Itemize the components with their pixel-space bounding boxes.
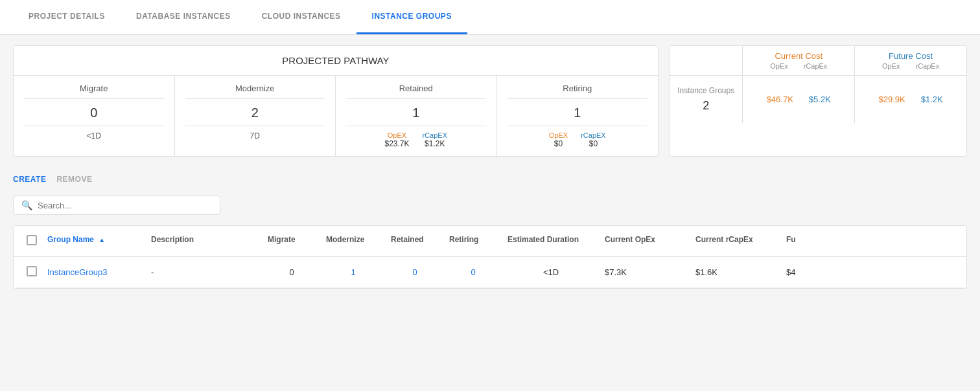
current-cost-values: $46.7K $5.2K xyxy=(742,76,854,123)
future-rcapex-value: $1.2K xyxy=(921,95,943,104)
tab-instance-groups[interactable]: INSTANCE GROUPS xyxy=(356,0,467,34)
totals-panel: Current Cost OpEx rCapEx Future Cost OpE… xyxy=(669,45,967,157)
migrate-header: Migrate xyxy=(24,84,164,99)
pathway-col-modernize: Modernize 2 7D xyxy=(175,76,336,156)
retained-sub: OpEX $23.7K rCapEX $1.2K xyxy=(346,126,486,148)
table-container: Group Name ▲ Description Migrate Moderni… xyxy=(13,225,967,289)
create-button[interactable]: CREATE xyxy=(13,172,46,186)
th-modernize: Modernize xyxy=(321,232,386,250)
retiring-sub: OpEX $0 rCapEX $0 xyxy=(508,126,648,148)
tab-cloud-instances[interactable]: CLOUD INSTANCES xyxy=(246,0,356,34)
future-opex-value: $29.9K xyxy=(878,95,905,104)
row-estimated-duration: <1D xyxy=(502,267,600,277)
migrate-duration: <1D xyxy=(24,126,164,140)
table-header: Group Name ▲ Description Migrate Moderni… xyxy=(14,226,966,257)
future-opex-sublabel: OpEx xyxy=(882,62,900,70)
row-group-name[interactable]: InstanceGroup3 xyxy=(42,267,146,277)
modernize-duration: 7D xyxy=(185,126,325,140)
th-checkbox xyxy=(14,232,42,250)
retained-opex-group: OpEX $23.7K xyxy=(384,131,409,148)
retained-rcapex-label: rCapEX xyxy=(423,131,448,139)
remove-button[interactable]: REMOVE xyxy=(56,172,92,186)
current-opex-value: $46.7K xyxy=(767,95,793,104)
projected-pathway-title: PROJECTED PATHWAY xyxy=(14,46,658,76)
th-migrate: Migrate xyxy=(262,232,321,250)
th-description: Description xyxy=(146,232,262,250)
main-content: PROJECTED PATHWAY Migrate 0 <1D Moderniz… xyxy=(0,35,980,299)
modernize-count: 2 xyxy=(185,99,325,126)
current-cost-label: Current Cost xyxy=(745,51,852,61)
retiring-header: Retiring xyxy=(508,84,648,99)
th-retained: Retained xyxy=(386,232,444,250)
totals-header: Current Cost OpEx rCapEx Future Cost OpE… xyxy=(670,46,966,76)
totals-title xyxy=(670,46,742,75)
th-current-rcapex: Current rCapEx xyxy=(690,232,781,250)
header-checkbox[interactable] xyxy=(27,235,37,245)
th-retiring: Retiring xyxy=(444,232,502,250)
instance-groups-count: 2 xyxy=(675,99,737,113)
row-checkbox xyxy=(14,266,42,278)
panels-row: PROJECTED PATHWAY Migrate 0 <1D Moderniz… xyxy=(13,45,967,157)
future-cost-label: Future Cost xyxy=(858,51,964,61)
retiring-rcapex-val: $0 xyxy=(581,139,606,148)
retained-opex-label: OpEX xyxy=(384,131,409,139)
row-description: - xyxy=(146,267,262,277)
retained-opex-val: $23.7K xyxy=(384,139,409,148)
tab-database-instances[interactable]: DATABASE INSTANCES xyxy=(121,0,246,34)
retiring-rcapex-label: rCapEX xyxy=(581,131,606,139)
search-input[interactable] xyxy=(38,201,212,210)
row-checkbox-input[interactable] xyxy=(27,266,37,276)
sort-asc-icon: ▲ xyxy=(99,236,105,243)
pathway-col-retiring: Retiring 1 OpEX $0 rCapEX $0 xyxy=(497,76,659,156)
projected-pathway-panel: PROJECTED PATHWAY Migrate 0 <1D Moderniz… xyxy=(13,45,659,157)
row-future: $4 xyxy=(781,267,846,277)
pathway-grid: Migrate 0 <1D Modernize 2 7D Retained 1 xyxy=(14,76,658,156)
current-rcapex-value: $5.2K xyxy=(809,95,831,104)
current-opex-sublabel: OpEx xyxy=(770,62,788,70)
search-bar: 🔍 xyxy=(13,196,220,215)
retiring-count: 1 xyxy=(508,99,648,126)
th-estimated-duration: Estimated Duration xyxy=(502,232,600,250)
instance-groups-label: Instance Groups xyxy=(675,86,737,95)
pathway-col-migrate: Migrate 0 <1D xyxy=(14,76,175,156)
tab-project-details[interactable]: PROJECT DETAILS xyxy=(13,0,121,34)
th-group-name[interactable]: Group Name ▲ xyxy=(42,232,146,250)
retained-rcapex-val: $1.2K xyxy=(423,139,448,148)
row-current-rcapex: $1.6K xyxy=(690,267,781,277)
row-retiring: 0 xyxy=(444,267,502,277)
current-cost-sublabels: OpEx rCapEx xyxy=(745,61,852,70)
retiring-rcapex-group: rCapEX $0 xyxy=(581,131,606,148)
search-icon: 🔍 xyxy=(21,200,32,210)
row-retained: 0 xyxy=(386,267,444,277)
future-cost-values: $29.9K $1.2K xyxy=(854,76,966,123)
future-cost-sublabels: OpEx rCapEx xyxy=(858,61,964,70)
retiring-opex-val: $0 xyxy=(549,139,568,148)
row-migrate: 0 xyxy=(262,267,321,277)
current-rcapex-sublabel: rCapEx xyxy=(804,62,828,70)
future-rcapex-sublabel: rCapEx xyxy=(915,62,939,70)
future-cost-header: Future Cost OpEx rCapEx xyxy=(854,46,966,75)
retained-rcapex-group: rCapEX $1.2K xyxy=(423,131,448,148)
table-row: InstanceGroup3 - 0 1 0 0 <1D $7.3K $1.6K… xyxy=(14,257,966,288)
retiring-opex-label: OpEX xyxy=(549,131,568,139)
action-bar: CREATE REMOVE xyxy=(13,170,967,186)
pathway-col-retained: Retained 1 OpEX $23.7K rCapEX $1.2K xyxy=(336,76,497,156)
row-current-opex: $7.3K xyxy=(600,267,690,277)
retiring-opex-group: OpEX $0 xyxy=(549,131,568,148)
current-cost-header: Current Cost OpEx rCapEx xyxy=(742,46,854,75)
nav-tabs: PROJECT DETAILS DATABASE INSTANCES CLOUD… xyxy=(0,0,980,35)
th-future: Fu xyxy=(781,232,846,250)
migrate-count: 0 xyxy=(24,99,164,126)
retained-header: Retained xyxy=(346,84,486,99)
totals-data-row: Instance Groups 2 $46.7K $5.2K $29.9K $1… xyxy=(670,76,966,123)
retained-count: 1 xyxy=(346,99,486,126)
row-modernize: 1 xyxy=(321,267,386,277)
modernize-header: Modernize xyxy=(185,84,325,99)
th-current-opex: Current OpEx xyxy=(600,232,690,250)
